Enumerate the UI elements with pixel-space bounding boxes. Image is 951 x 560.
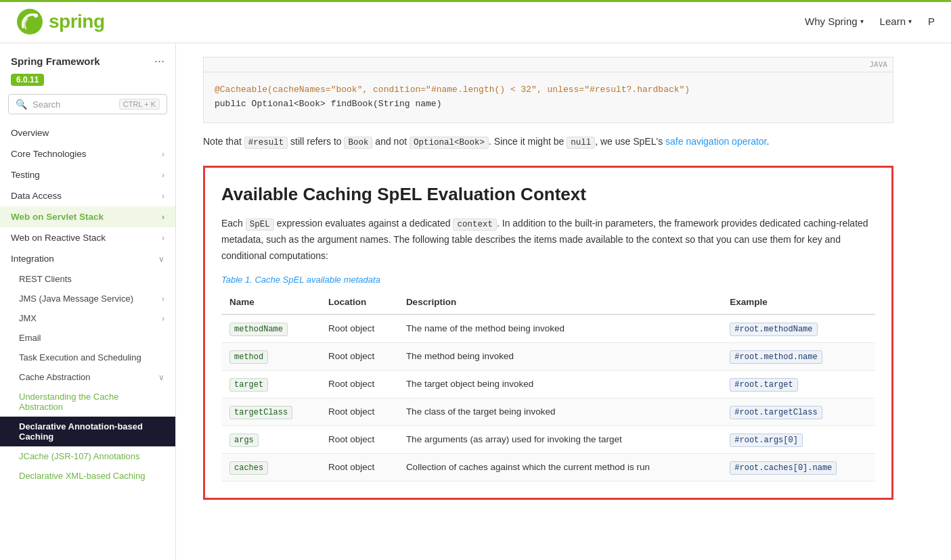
header-nav: Why Spring ▾ Learn ▾ P xyxy=(805,16,935,27)
table-row: targetClass Root object The class of the… xyxy=(221,398,875,426)
chevron-right-icon: › xyxy=(162,212,164,222)
table-code-example: #root.targetClass xyxy=(730,406,822,419)
sidebar-item-web-reactive[interactable]: Web on Reactive Stack › xyxy=(0,227,175,248)
table-row: target Root object The target object bei… xyxy=(221,371,875,398)
chevron-down-icon: ▾ xyxy=(860,18,864,25)
table-cell-location: Root object xyxy=(320,371,398,398)
table-code-example: #root.methodName xyxy=(730,323,817,336)
table-cell-location: Root object xyxy=(320,343,398,371)
chevron-right-icon: › xyxy=(162,149,164,159)
table-cell-location: Root object xyxy=(320,398,398,426)
search-box[interactable]: 🔍 Search CTRL + K xyxy=(8,94,167,114)
note-text: Note that #result still refers to Book a… xyxy=(203,134,893,149)
sidebar-item-rest-clients[interactable]: REST Clients xyxy=(0,269,175,289)
sidebar-item-xml-caching[interactable]: Declarative XML-based Caching xyxy=(0,466,175,486)
search-placeholder: Search xyxy=(32,99,114,110)
table-cell-name: targetClass xyxy=(221,398,320,426)
header: spring Why Spring ▾ Learn ▾ P xyxy=(0,0,951,43)
code-block: @Cacheable(cacheNames="book", condition=… xyxy=(203,72,893,123)
sidebar-item-core-technologies[interactable]: Core Technologies › xyxy=(0,143,175,164)
svg-point-1 xyxy=(34,14,38,18)
sidebar-item-understanding-cache[interactable]: Understanding the Cache Abstraction xyxy=(0,387,175,417)
search-shortcut: CTRL + K xyxy=(119,99,160,110)
col-header-location: Location xyxy=(320,290,398,314)
table-code-name: methodName xyxy=(229,323,288,336)
inline-code-null: null xyxy=(567,137,595,149)
table-cell-example: #root.caches[0].name xyxy=(722,454,875,482)
sidebar-item-data-access[interactable]: Data Access › xyxy=(0,185,175,206)
table-cell-example: #root.target xyxy=(722,371,875,398)
sidebar-item-jcache[interactable]: JCache (JSR-107) Annotations xyxy=(0,446,175,466)
table-code-example: #root.caches[0].name xyxy=(730,461,837,475)
table-code-name: targetClass xyxy=(229,406,292,419)
main-layout: Spring Framework ··· 6.0.11 🔍 Search CTR… xyxy=(0,43,951,560)
safe-navigation-link[interactable]: safe navigation operator xyxy=(665,136,766,147)
sidebar-item-integration[interactable]: Integration ∨ xyxy=(0,248,175,269)
sidebar-menu-button[interactable]: ··· xyxy=(154,54,164,68)
inline-code-spel: SpEL xyxy=(246,218,274,231)
inline-code-context: context xyxy=(453,218,497,231)
table-cell-description: The class of the target being invoked xyxy=(398,398,722,426)
table-code-example: #root.method.name xyxy=(730,350,822,364)
sidebar-item-overview[interactable]: Overview xyxy=(0,122,175,143)
table-cell-description: The method being invoked xyxy=(398,343,722,371)
table-code-name: caches xyxy=(229,461,268,475)
chevron-down-icon: ∨ xyxy=(158,373,164,382)
sidebar-item-declarative-caching[interactable]: Declarative Annotation-based Caching xyxy=(0,417,175,446)
chevron-right-icon: › xyxy=(162,314,164,323)
logo-area[interactable]: spring xyxy=(16,8,105,35)
table-cell-name: method xyxy=(221,343,320,371)
spring-logo-icon xyxy=(16,8,43,35)
table-row: methodName Root object The name of the m… xyxy=(221,314,875,343)
sidebar-item-jms[interactable]: JMS (Java Message Service) › xyxy=(0,289,175,308)
sidebar-item-email[interactable]: Email xyxy=(0,328,175,348)
table-cell-description: The arguments (as array) used for invoki… xyxy=(398,426,722,454)
col-header-description: Description xyxy=(398,290,722,314)
version-badge[interactable]: 6.0.11 xyxy=(11,74,44,86)
chevron-right-icon: › xyxy=(162,170,164,180)
code-annotation-line: @Cacheable(cacheNames="book", condition=… xyxy=(215,85,690,95)
col-header-name: Name xyxy=(221,290,320,314)
table-row: caches Root object Collection of caches … xyxy=(221,454,875,482)
nav-why-spring[interactable]: Why Spring ▾ xyxy=(805,16,864,27)
table-cell-example: #root.method.name xyxy=(722,343,875,371)
chevron-right-icon: › xyxy=(162,233,164,243)
content-area: JAVA @Cacheable(cacheNames="book", condi… xyxy=(176,43,921,530)
sidebar-item-web-servlet[interactable]: Web on Servlet Stack › xyxy=(0,206,175,227)
code-section: JAVA @Cacheable(cacheNames="book", condi… xyxy=(203,57,893,123)
table-cell-name: methodName xyxy=(221,314,320,343)
table-code-example: #root.target xyxy=(730,378,797,392)
code-method-line: public Optional<Book> findBook(String na… xyxy=(215,99,441,109)
table-caption: Table 1. Cache SpEL available metadata xyxy=(221,275,875,285)
table-row: args Root object The arguments (as array… xyxy=(221,426,875,454)
table-cell-name: target xyxy=(221,371,320,398)
nav-learn[interactable]: Learn ▾ xyxy=(880,16,912,27)
col-header-example: Example xyxy=(722,290,875,314)
green-top-bar xyxy=(0,0,951,2)
table-cell-example: #root.targetClass xyxy=(722,398,875,426)
main-content: JAVA @Cacheable(cacheNames="book", condi… xyxy=(176,43,951,560)
table-code-name: target xyxy=(229,378,268,392)
sidebar: Spring Framework ··· 6.0.11 🔍 Search CTR… xyxy=(0,43,176,560)
sidebar-title: Spring Framework xyxy=(11,55,100,67)
nav-projects[interactable]: P xyxy=(928,16,935,27)
svg-point-0 xyxy=(17,9,43,34)
table-cell-example: #root.methodName xyxy=(722,314,875,343)
chevron-down-icon: ▾ xyxy=(908,18,912,25)
chevron-right-icon: › xyxy=(162,294,164,304)
table-cell-example: #root.args[0] xyxy=(722,426,875,454)
inline-code-result: #result xyxy=(244,137,288,149)
inline-code-book: Book xyxy=(344,137,372,149)
sidebar-item-testing[interactable]: Testing › xyxy=(0,164,175,185)
chevron-right-icon: › xyxy=(162,191,164,201)
table-cell-description: The name of the method being invoked xyxy=(398,314,722,343)
sidebar-item-jmx[interactable]: JMX › xyxy=(0,308,175,328)
table-code-name: method xyxy=(229,350,268,364)
table-code-name: args xyxy=(229,434,259,447)
sidebar-item-cache-abstraction[interactable]: Cache Abstraction ∨ xyxy=(0,367,175,387)
section-intro: Each SpEL expression evaluates against a… xyxy=(221,216,875,264)
table-cell-name: args xyxy=(221,426,320,454)
data-table: Name Location Description Example method… xyxy=(221,290,875,482)
table-cell-location: Root object xyxy=(320,426,398,454)
sidebar-item-task-execution[interactable]: Task Execution and Scheduling xyxy=(0,348,175,367)
